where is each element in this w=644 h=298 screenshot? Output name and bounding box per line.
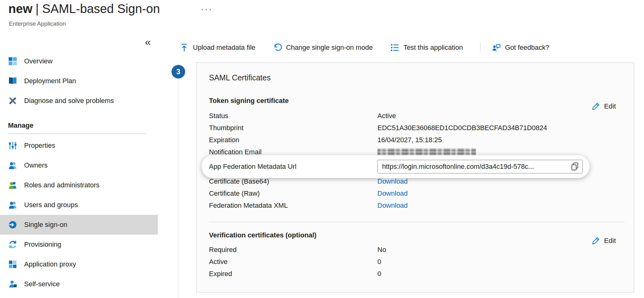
certificate-base64-label: Certificate (Base64): [209, 177, 377, 185]
users-groups-icon: [8, 200, 17, 210]
roles-person-icon: [8, 181, 17, 190]
sidebar-item-application-proxy[interactable]: Application proxy: [0, 254, 158, 274]
sidebar-item-label: Diagnose and solve problems: [24, 97, 114, 105]
metadata-url-field-wrap: [377, 160, 583, 173]
step-number-badge: 3: [172, 65, 185, 79]
sidebar-item-owners[interactable]: Owners: [0, 155, 158, 175]
certificate-base64-download-link[interactable]: Download: [377, 177, 408, 185]
expiration-value: 16/04/2027, 15:18:25: [377, 136, 442, 144]
thumbprint-value: EDC51A30E36068ED1CD0CDB3BECFAD34B71D0824: [377, 124, 547, 132]
properties-sliders-icon: [8, 141, 17, 150]
sidebar-divider: [8, 134, 146, 134]
status-label: Status: [209, 112, 377, 120]
feedback-icon: [492, 43, 501, 52]
more-menu-icon[interactable]: ···: [201, 4, 213, 14]
metadata-url-label: App Federation Metadata Url: [209, 163, 377, 171]
page-title-rest: | SAML-based Sign-on: [36, 2, 160, 15]
sidebar-item-provisioning[interactable]: Provisioning: [0, 235, 158, 254]
verification-certificate-rows: Required No Active 0 Expired 0: [209, 244, 616, 280]
sidebar-item-label: Application proxy: [24, 260, 76, 268]
sidebar-item-properties[interactable]: Properties: [0, 136, 158, 155]
thumbprint-label: Thumbprint: [209, 124, 377, 132]
active-value: 0: [377, 258, 381, 266]
sidebar-collapse-icon[interactable]: «: [145, 36, 151, 47]
sidebar-item-overview[interactable]: Overview: [0, 51, 158, 71]
edit-token-certificate-button[interactable]: Edit: [592, 102, 616, 111]
thumbprint-row: Thumbprint EDC51A30E36068ED1CD0CDB3BECFA…: [209, 122, 616, 134]
overview-grid-icon: [8, 57, 17, 66]
sidebar-item-deployment-plan[interactable]: Deployment Plan: [0, 71, 158, 91]
verification-certificates-heading: Verification certificates (optional): [209, 231, 316, 239]
single-sign-on-icon: [8, 220, 17, 229]
page-title: new| SAML-based Sign-on: [8, 2, 160, 16]
sidebar-item-label: Single sign-on: [24, 221, 67, 229]
sidebar: Overview Deployment Plan Diagnose and so…: [0, 51, 158, 294]
sidebar-item-diagnose[interactable]: Diagnose and solve problems: [0, 91, 158, 111]
token-signing-certificate-heading: Token signing certificate: [209, 97, 289, 105]
sidebar-item-label: Properties: [24, 142, 55, 150]
certificate-raw-label: Certificate (Raw): [209, 189, 377, 198]
federation-metadata-xml-download-link[interactable]: Download: [377, 202, 408, 210]
command-bar: Upload metadata file Change single sign-…: [180, 40, 567, 55]
sidebar-item-label: Owners: [24, 161, 48, 169]
test-application-button[interactable]: Test this application: [390, 43, 463, 52]
toolbar-button-label: Got feedback?: [505, 44, 549, 52]
sidebar-item-single-sign-on[interactable]: Single sign-on: [0, 215, 158, 235]
notification-email-label: Notification Email: [209, 148, 377, 156]
page: new| SAML-based Sign-on ··· Enterprise A…: [0, 0, 644, 298]
change-sso-mode-button[interactable]: Change single sign-on mode: [273, 43, 373, 52]
step-rail-line: [178, 63, 178, 298]
required-row: Required No: [209, 244, 616, 256]
upload-metadata-file-button[interactable]: Upload metadata file: [180, 43, 255, 52]
expired-row: Expired 0: [209, 268, 616, 280]
copy-icon[interactable]: [571, 162, 580, 171]
page-subtitle: Enterprise Application: [9, 20, 66, 27]
expiration-label: Expiration: [209, 136, 377, 144]
sidebar-item-label: Roles and administrators: [24, 181, 99, 189]
metadata-url-input[interactable]: [377, 160, 583, 173]
app-name: new: [8, 2, 33, 15]
toolbar-button-label: Upload metadata file: [193, 44, 255, 52]
card-section-divider: [209, 222, 625, 222]
active-label: Active: [209, 258, 377, 266]
deployment-book-icon: [8, 76, 17, 86]
expiration-row: Expiration 16/04/2027, 15:18:25: [209, 134, 616, 146]
edit-label: Edit: [604, 102, 616, 110]
toolbar-button-label: Change single sign-on mode: [286, 44, 373, 52]
checklist-icon: [390, 43, 399, 52]
status-value: Active: [377, 112, 396, 120]
toolbar-button-label: Test this application: [403, 44, 463, 52]
sidebar-item-label: Deployment Plan: [24, 77, 76, 85]
toolbar-separator: [480, 43, 481, 52]
status-row: Status Active: [209, 110, 616, 122]
certificate-raw-row: Certificate (Raw) Download: [209, 187, 616, 199]
got-feedback-button[interactable]: Got feedback?: [492, 43, 549, 52]
sidebar-section-manage: Manage: [0, 117, 158, 134]
app-federation-metadata-url-row: App Federation Metadata Url: [209, 158, 616, 175]
sidebar-item-label: Self-service: [24, 280, 60, 288]
federation-metadata-xml-label: Federation Metadata XML: [209, 202, 377, 210]
sidebar-item-label: Provisioning: [24, 241, 61, 249]
certificate-raw-download-link[interactable]: Download: [377, 189, 408, 198]
self-service-icon: [8, 279, 17, 289]
sidebar-item-roles-administrators[interactable]: Roles and administrators: [0, 175, 158, 195]
application-proxy-icon: [8, 260, 17, 269]
saml-certificates-card: SAML Certificates Token signing certific…: [196, 62, 634, 292]
card-title: SAML Certificates: [209, 73, 271, 82]
diagnose-tools-icon: [8, 96, 17, 105]
sidebar-item-label: Overview: [24, 57, 53, 65]
expired-label: Expired: [209, 270, 377, 278]
upload-icon: [180, 43, 189, 52]
provisioning-sync-icon: [8, 240, 17, 249]
federation-metadata-xml-row: Federation Metadata XML Download: [209, 199, 616, 211]
active-row: Active 0: [209, 256, 616, 268]
required-label: Required: [209, 246, 377, 254]
notification-email-redacted-value: [377, 148, 476, 156]
expired-value: 0: [377, 270, 381, 278]
undo-arrow-icon: [273, 43, 282, 52]
owners-people-icon: [8, 161, 17, 170]
sidebar-item-label: Users and groups: [24, 201, 78, 209]
sidebar-item-self-service[interactable]: Self-service: [0, 274, 158, 294]
required-value: No: [377, 246, 386, 254]
sidebar-item-users-groups[interactable]: Users and groups: [0, 195, 158, 215]
